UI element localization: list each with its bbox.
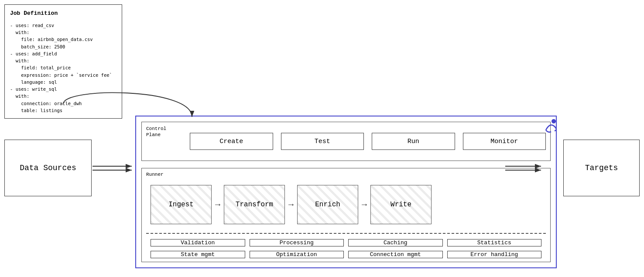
main-frame: ControlPlane Create Test Run Monitor Run… [135,116,557,268]
caching-box: Caching [348,239,443,246]
processing-label: Processing [280,239,314,246]
connection-mgmt-label: Connection mgmt [370,251,421,258]
validation-box: Validation [151,239,245,246]
monitor-button[interactable]: Monitor [463,133,546,150]
logo [541,118,559,135]
transform-box: Transform [224,185,285,224]
state-mgmt-label: State mgmt [181,251,215,258]
transform-label: Transform [236,201,273,209]
control-plane-section: ControlPlane Create Test Run Monitor [141,122,551,161]
targets-box: Targets [563,140,640,196]
validation-label: Validation [181,239,215,246]
test-button[interactable]: Test [281,133,364,150]
pipeline-row: Ingest → Transform → Enrich → Write [151,181,541,229]
enrich-label: Enrich [315,201,340,209]
data-sources-box: Data Sources [4,140,92,196]
job-definition-title: Job Definition [10,9,116,18]
statistics-box: Statistics [447,239,542,246]
state-mgmt-box: State mgmt [151,251,245,258]
optimization-label: Optimization [276,251,317,258]
ingest-label: Ingest [168,201,194,209]
ingest-to-transform-arrow: → [212,200,224,210]
job-definition-box: Job Definition - uses: read_csv with: fi… [4,4,122,119]
targets-label: Targets [585,164,618,172]
optimization-box: Optimization [250,251,344,258]
error-handling-box: Error handling [447,251,542,258]
enrich-box: Enrich [297,185,358,224]
job-definition-content: - uses: read_csv with: file: airbnb_open… [10,22,116,114]
dashed-divider [146,233,546,234]
write-box: Write [370,185,432,224]
processing-box: Processing [250,239,344,246]
data-sources-label: Data Sources [20,164,76,172]
transform-to-enrich-arrow: → [285,200,297,210]
services-grid: Validation Processing Caching Statistics… [151,239,541,256]
error-handling-label: Error handling [470,251,518,258]
svg-point-0 [552,119,556,123]
ingest-box: Ingest [151,185,212,224]
enrich-to-write-arrow: → [358,200,370,210]
control-plane-buttons: Create Test Run Monitor [190,133,546,150]
runner-label: Runner [146,172,164,177]
connection-mgmt-box: Connection mgmt [348,251,443,258]
diagram-container: Job Definition - uses: read_csv with: fi… [0,0,644,277]
statistics-label: Statistics [477,239,511,246]
run-button[interactable]: Run [372,133,455,150]
write-label: Write [391,201,411,209]
create-button[interactable]: Create [190,133,273,150]
caching-label: Caching [384,239,408,246]
runner-section: Runner Ingest → Transform → Enrich → Wri… [141,168,551,262]
control-plane-label: ControlPlane [146,126,166,138]
